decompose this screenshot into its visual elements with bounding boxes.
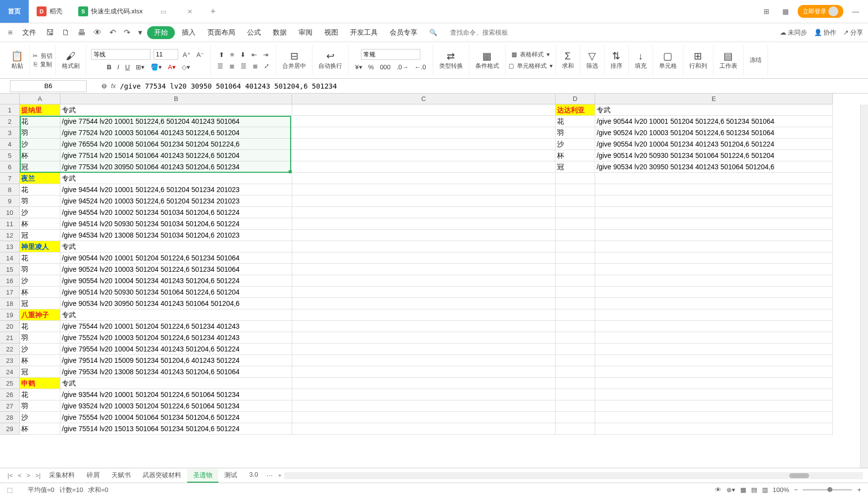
row-header[interactable]: 28 <box>0 412 20 423</box>
cell[interactable]: 冠 <box>20 298 60 309</box>
sheet-tab[interactable]: 测试 <box>218 469 243 483</box>
nav-prev-icon[interactable]: < <box>15 472 24 479</box>
row-header[interactable]: 25 <box>0 378 20 389</box>
row-header[interactable]: 9 <box>0 196 20 207</box>
eye-icon[interactable]: 👁 <box>715 486 721 494</box>
cell[interactable]: /give 90524 lv20 10003 501204 501224,6 5… <box>595 127 833 139</box>
cell[interactable]: 杯 <box>20 423 60 435</box>
row-header[interactable]: 16 <box>0 275 20 287</box>
border-button[interactable]: ⊞▾ <box>134 63 146 71</box>
italic-button[interactable]: I <box>116 63 121 71</box>
cell[interactable] <box>292 389 556 400</box>
cell[interactable]: /give 75524 lv20 10003 501204 501224,6 5… <box>60 332 292 344</box>
sum-button[interactable]: Σ求和 <box>559 50 577 71</box>
name-box[interactable] <box>10 80 87 92</box>
cell[interactable]: /give 90534 lv20 30950 501234 401243 501… <box>60 298 292 309</box>
cell[interactable] <box>595 184 833 196</box>
cell[interactable] <box>595 287 833 298</box>
row-header[interactable]: 27 <box>0 400 20 412</box>
cell[interactable] <box>556 264 595 275</box>
preview-icon[interactable]: 👁 <box>91 26 104 39</box>
cell[interactable]: 专武 <box>60 309 292 321</box>
align-right-icon[interactable]: ☰ <box>239 62 248 70</box>
sheet-tab[interactable]: 碎屑 <box>81 469 105 483</box>
cell[interactable] <box>292 241 556 252</box>
col-header-D[interactable]: D <box>556 94 595 104</box>
cell[interactable] <box>292 332 556 344</box>
undo-icon[interactable]: ↶ <box>106 26 119 39</box>
row-header[interactable]: 6 <box>0 161 20 173</box>
row-header[interactable]: 2 <box>0 116 20 127</box>
cell[interactable] <box>292 321 556 332</box>
cell[interactable] <box>595 355 833 366</box>
cell[interactable] <box>556 309 595 321</box>
zoom-out-button[interactable]: − <box>794 486 798 494</box>
scrollbar-horizontal[interactable] <box>789 473 809 478</box>
currency-icon[interactable]: ¥▾ <box>354 63 363 71</box>
cell[interactable] <box>556 184 595 196</box>
cell[interactable]: /give 75514 lv20 15013 501064 501234 501… <box>60 423 292 435</box>
cell[interactable] <box>595 173 833 184</box>
cell[interactable]: 神里凌人 <box>20 241 60 252</box>
cell[interactable]: 杯 <box>20 218 60 230</box>
menu-view[interactable]: 视图 <box>319 26 343 39</box>
cell[interactable] <box>292 309 556 321</box>
font-select[interactable] <box>91 49 151 60</box>
formula-input[interactable] <box>120 82 417 90</box>
cell[interactable] <box>595 196 833 207</box>
align-top-icon[interactable]: ⬆ <box>217 50 226 59</box>
cell[interactable]: /give 79534 lv20 13008 501234 401243 501… <box>60 366 292 378</box>
row-header[interactable]: 14 <box>0 252 20 264</box>
row-header[interactable]: 5 <box>0 150 20 161</box>
cell[interactable] <box>292 173 556 184</box>
share-button[interactable]: ↗分享 <box>843 28 863 37</box>
cell-style-button[interactable]: ▢单元格样式▾ <box>509 62 553 70</box>
nav-first-icon[interactable]: |< <box>5 472 15 479</box>
cell[interactable] <box>292 218 556 230</box>
cell[interactable]: /give 90534 lv20 30950 501234 401243 501… <box>595 161 833 173</box>
row-header[interactable]: 15 <box>0 264 20 275</box>
underline-button[interactable]: U <box>124 63 131 71</box>
cell[interactable]: 花 <box>20 321 60 332</box>
minimize-button[interactable]: — <box>848 7 863 15</box>
cell[interactable] <box>556 207 595 218</box>
cell[interactable]: 冠 <box>20 230 60 241</box>
row-header[interactable]: 23 <box>0 355 20 366</box>
cell[interactable]: /give 94524 lv20 10003 501224,6 501204 5… <box>60 196 292 207</box>
dropdown-icon[interactable]: ▾ <box>135 26 145 39</box>
cell[interactable] <box>292 252 556 264</box>
cell[interactable]: /give 94514 lv20 50930 501234 501034 501… <box>60 218 292 230</box>
cell[interactable] <box>595 230 833 241</box>
sheet-tab[interactable]: 武器突破材料 <box>137 469 187 483</box>
add-sheet-button[interactable]: + <box>275 472 284 479</box>
inc-dec-icon[interactable]: .0→ <box>395 63 410 71</box>
cell[interactable] <box>556 298 595 309</box>
cell[interactable]: 沙 <box>20 344 60 355</box>
align-mid-icon[interactable]: ≡ <box>229 50 236 59</box>
row-header[interactable]: 11 <box>0 218 20 230</box>
save-icon[interactable]: 🖫 <box>43 26 57 39</box>
cell[interactable]: 提纳里 <box>20 104 60 116</box>
cell[interactable]: 杯 <box>20 287 60 298</box>
cell[interactable]: /give 90514 lv20 50930 501234 501064 501… <box>60 287 292 298</box>
cell[interactable]: 专武 <box>595 104 833 116</box>
tab-add-button[interactable]: + <box>204 6 223 17</box>
row-header[interactable]: 1 <box>0 104 20 116</box>
cond-format-button[interactable]: ▦条件格式 <box>472 49 502 71</box>
cell[interactable] <box>595 252 833 264</box>
menu-insert[interactable]: 插入 <box>177 26 201 39</box>
cell[interactable]: 羽 <box>556 127 595 139</box>
cell[interactable]: 专武 <box>60 173 292 184</box>
cell[interactable]: 专武 <box>60 378 292 389</box>
merge-center-button[interactable]: ⊟合并居中 <box>279 49 309 71</box>
row-header[interactable]: 4 <box>0 139 20 150</box>
cell[interactable]: /give 77544 lv20 10001 501224,6 501204 4… <box>60 116 292 127</box>
percent-icon[interactable]: % <box>367 63 376 71</box>
cell[interactable]: /give 93524 lv20 10003 501204 501224,6 5… <box>60 400 292 412</box>
row-header[interactable]: 22 <box>0 344 20 355</box>
cell[interactable] <box>556 252 595 264</box>
menu-layout[interactable]: 页面布局 <box>203 26 240 39</box>
cell[interactable] <box>292 298 556 309</box>
cell[interactable] <box>292 184 556 196</box>
cell[interactable]: 杯 <box>20 150 60 161</box>
